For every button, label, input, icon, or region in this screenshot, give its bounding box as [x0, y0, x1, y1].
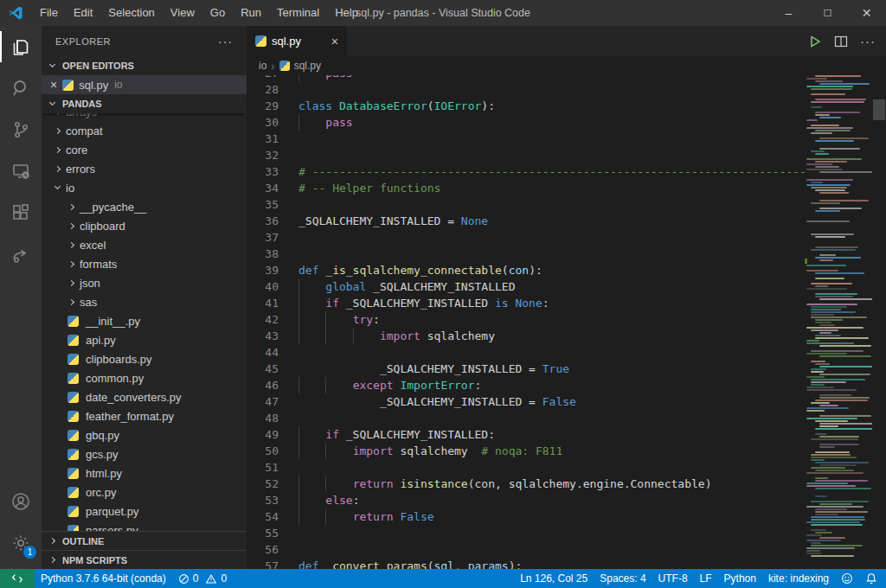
menu-help[interactable]: Help: [327, 0, 366, 26]
folder-clipboard[interactable]: clipboard: [42, 216, 247, 235]
maximize-button[interactable]: ☐: [808, 0, 847, 26]
file-gbq-py[interactable]: gbq.py: [42, 425, 247, 444]
file-clipboards-py[interactable]: clipboards.py: [42, 349, 247, 368]
status-python[interactable]: Python: [718, 569, 762, 588]
file--init-py[interactable]: __init__.py: [42, 311, 247, 330]
code-line-33[interactable]: 33# ------------------------------------…: [247, 163, 805, 180]
file-parquet-py[interactable]: parquet.py: [42, 502, 247, 521]
feedback-smiley-icon[interactable]: [835, 569, 859, 588]
code-line-37[interactable]: 37: [247, 229, 805, 246]
file-common-py[interactable]: common.py: [42, 368, 247, 387]
scrollbar-thumb[interactable]: [873, 99, 885, 120]
split-editor-icon[interactable]: [834, 35, 848, 48]
tab-close-icon[interactable]: ×: [331, 35, 338, 48]
file-orc-py[interactable]: orc.py: [42, 483, 247, 502]
status-lf[interactable]: LF: [694, 569, 718, 588]
file-html-py[interactable]: html.py: [42, 463, 247, 483]
code-line-50[interactable]: 50 import sqlalchemy # noqa: F811: [247, 443, 805, 459]
code-line-55[interactable]: 55: [247, 525, 805, 541]
close-editor-icon[interactable]: ×: [50, 78, 57, 92]
close-button[interactable]: ✕: [847, 0, 886, 26]
breadcrumb-file[interactable]: sql.py: [294, 60, 321, 72]
notifications-bell-icon[interactable]: [859, 569, 886, 588]
open-editor-sql-py[interactable]: × sql.py io: [42, 75, 247, 94]
code-line-35[interactable]: 35: [247, 196, 805, 213]
code-line-34[interactable]: 34# -- Helper functions: [247, 180, 805, 196]
menu-edit[interactable]: Edit: [66, 0, 100, 26]
code-line-46[interactable]: 46 except ImportError:: [247, 377, 805, 393]
run-python-file-icon[interactable]: [808, 35, 822, 48]
menu-selection[interactable]: Selection: [100, 0, 162, 26]
outline-section[interactable]: OUTLINE: [42, 531, 247, 550]
folder-sas[interactable]: sas: [42, 292, 247, 311]
status-kite-indexing[interactable]: kite: indexing: [762, 569, 835, 588]
folder-excel[interactable]: excel: [42, 235, 247, 254]
file-api-py[interactable]: api.py: [42, 330, 247, 349]
file-date-converters-py[interactable]: date_converters.py: [42, 387, 247, 406]
remote-indicator[interactable]: [0, 569, 35, 588]
code-line-38[interactable]: 38: [247, 246, 805, 262]
folder-compat[interactable]: compat: [42, 121, 247, 140]
open-editors-section[interactable]: OPEN EDITORS: [42, 56, 247, 75]
folder-io[interactable]: io: [42, 178, 247, 197]
menu-file[interactable]: File: [32, 0, 66, 26]
source-control-icon[interactable]: [0, 109, 42, 150]
live-share-icon[interactable]: [0, 233, 42, 275]
code-line-30[interactable]: 30 pass: [247, 114, 805, 131]
code-line-49[interactable]: 49 if _SQLALCHEMY_INSTALLED:: [247, 426, 805, 443]
code-line-36[interactable]: 36_SQLALCHEMY_INSTALLED = None: [247, 213, 805, 229]
code-line-56[interactable]: 56: [247, 541, 805, 558]
python-interpreter-status[interactable]: Python 3.7.6 64-bit (conda): [35, 569, 172, 588]
status-ln-126-col-25[interactable]: Ln 126, Col 25: [514, 569, 594, 588]
folder-arrays[interactable]: arrays: [42, 113, 247, 121]
minimize-button[interactable]: –: [769, 0, 808, 26]
search-icon[interactable]: [0, 67, 42, 109]
npm-scripts-section[interactable]: NPM SCRIPTS: [42, 550, 247, 569]
code-editor[interactable]: 27 pass2829class DatabaseError(IOError):…: [247, 75, 886, 569]
code-line-44[interactable]: 44: [247, 344, 805, 361]
settings-gear-icon[interactable]: 1: [0, 522, 42, 564]
folder--pycache-[interactable]: __pycache__: [42, 197, 247, 216]
explorer-more-actions-icon[interactable]: ···: [218, 35, 233, 48]
code-line-31[interactable]: 31: [247, 131, 805, 147]
code-line-45[interactable]: 45 _SQLALCHEMY_INSTALLED = True: [247, 361, 805, 377]
menu-run[interactable]: Run: [233, 0, 269, 26]
code-line-48[interactable]: 48: [247, 410, 805, 426]
folder-errors[interactable]: errors: [42, 159, 247, 178]
problems-status[interactable]: 0 0: [172, 569, 233, 588]
account-icon[interactable]: [0, 481, 42, 522]
code-line-28[interactable]: 28: [247, 81, 805, 98]
vertical-scrollbar[interactable]: [872, 75, 886, 569]
code-line-53[interactable]: 53 else:: [247, 492, 805, 508]
menu-view[interactable]: View: [163, 0, 202, 26]
extensions-icon[interactable]: [0, 192, 42, 233]
explorer-icon[interactable]: [0, 26, 42, 67]
breadcrumb[interactable]: io › sql.py: [247, 56, 886, 75]
file-feather-format-py[interactable]: feather_format.py: [42, 406, 247, 425]
code-line-39[interactable]: 39def _is_sqlalchemy_connectable(con):: [247, 262, 805, 278]
workspace-section-pandas[interactable]: PANDAS: [42, 94, 247, 113]
code-line-52[interactable]: 52 return isinstance(con, sqlalchemy.eng…: [247, 476, 805, 492]
minimap[interactable]: [805, 75, 872, 569]
code-line-51[interactable]: 51: [247, 459, 805, 476]
code-line-29[interactable]: 29class DatabaseError(IOError):: [247, 98, 805, 114]
status-utf-8[interactable]: UTF-8: [652, 569, 694, 588]
menu-terminal[interactable]: Terminal: [269, 0, 327, 26]
remote-explorer-icon[interactable]: [0, 150, 42, 192]
menu-go[interactable]: Go: [202, 0, 233, 26]
folder-core[interactable]: core: [42, 140, 247, 159]
code-line-54[interactable]: 54 return False: [247, 508, 805, 525]
code-line-27[interactable]: 27 pass: [247, 75, 805, 81]
code-line-47[interactable]: 47 _SQLALCHEMY_INSTALLED = False: [247, 393, 805, 410]
code-line-57[interactable]: 57def _convert_params(sql, params):: [247, 558, 805, 569]
code-line-40[interactable]: 40 global _SQLALCHEMY_INSTALLED: [247, 278, 805, 295]
status-spaces-4[interactable]: Spaces: 4: [594, 569, 652, 588]
folder-formats[interactable]: formats: [42, 254, 247, 273]
code-line-41[interactable]: 41 if _SQLALCHEMY_INSTALLED is None:: [247, 295, 805, 311]
folder-json[interactable]: json: [42, 273, 247, 292]
tab-sql-py[interactable]: sql.py ×: [247, 26, 347, 56]
more-actions-icon[interactable]: ···: [860, 34, 876, 48]
code-line-32[interactable]: 32: [247, 147, 805, 163]
code-line-43[interactable]: 43 import sqlalchemy: [247, 328, 805, 344]
code-line-42[interactable]: 42 try:: [247, 311, 805, 328]
